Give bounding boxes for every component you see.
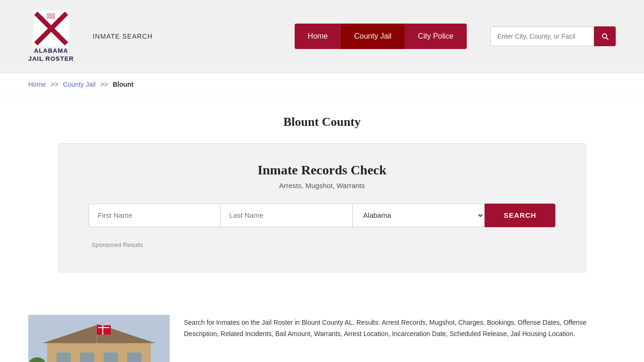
site-logo[interactable]: ALABAMA JAIL ROSTER xyxy=(28,9,74,63)
header-search-area xyxy=(490,26,616,46)
svg-rect-7 xyxy=(57,353,71,362)
logo-flag-icon xyxy=(32,9,70,47)
svg-rect-8 xyxy=(80,353,94,362)
records-title: Inmate Records Check xyxy=(87,163,557,178)
site-header: ALABAMA JAIL ROSTER INMATE SEARCH Home C… xyxy=(0,0,644,73)
inmate-search-form: AlabamaAlaskaArizonaArkansasCaliforniaCo… xyxy=(87,204,557,227)
bottom-section: BLOUNT COUNTY COURTHOUSE Search for Inma… xyxy=(0,305,644,362)
last-name-input[interactable] xyxy=(221,204,353,227)
svg-rect-3 xyxy=(47,13,55,19)
header-search-input[interactable] xyxy=(490,26,594,46)
svg-rect-9 xyxy=(104,353,118,362)
page-title: Blount County xyxy=(28,115,616,129)
search-icon xyxy=(601,32,609,41)
sponsored-label: Sponsored Results xyxy=(87,241,557,248)
breadcrumb-sep1: >> xyxy=(50,81,58,88)
nav-county-jail-button[interactable]: County Jail xyxy=(341,24,405,49)
breadcrumb-county-jail[interactable]: County Jail xyxy=(63,81,96,88)
svg-rect-10 xyxy=(127,353,141,362)
nav-home-button[interactable]: Home xyxy=(295,24,341,49)
breadcrumb-sep2: >> xyxy=(100,81,108,88)
breadcrumb-home[interactable]: Home xyxy=(28,81,46,88)
description-text: Search for Inmates on the Jail Roster in… xyxy=(184,315,616,362)
main-content: Blount County Inmate Records Check Arres… xyxy=(0,96,644,305)
logo-text: ALABAMA JAIL ROSTER xyxy=(28,47,74,63)
first-name-input[interactable] xyxy=(89,204,221,227)
inmate-search-link[interactable]: INMATE SEARCH xyxy=(93,33,153,40)
records-subtitle: Arrests, Mugshot, Warrants xyxy=(87,181,557,189)
breadcrumb: Home >> County Jail >> Blount xyxy=(0,73,644,96)
main-nav: Home County Jail City Police xyxy=(295,24,467,49)
svg-rect-13 xyxy=(97,325,111,335)
courthouse-image: BLOUNT COUNTY COURTHOUSE xyxy=(28,315,170,362)
state-select[interactable]: AlabamaAlaskaArizonaArkansasCaliforniaCo… xyxy=(353,204,485,227)
breadcrumb-current: Blount xyxy=(113,81,133,88)
records-search-button[interactable]: SEARCH xyxy=(485,204,555,227)
records-check-box: Inmate Records Check Arrests, Mugshot, W… xyxy=(58,143,586,272)
nav-city-police-button[interactable]: City Police xyxy=(405,24,467,49)
header-search-button[interactable] xyxy=(594,26,616,46)
